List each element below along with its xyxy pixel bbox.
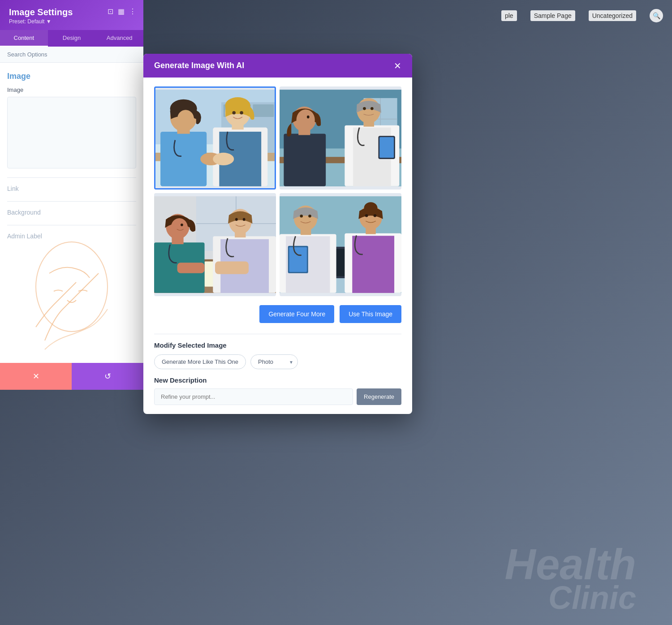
nav-link-ple[interactable]: ple (501, 10, 517, 21)
svg-point-54 (181, 224, 183, 226)
svg-point-80 (364, 202, 378, 214)
image-placeholder (7, 97, 136, 168)
svg-point-72 (300, 215, 303, 218)
face-drawing (9, 228, 134, 363)
reset-button[interactable]: ↺ (72, 363, 143, 390)
search-options[interactable]: Search Options (0, 47, 143, 63)
top-navigation: ple Sample Page Uncategorized 🔍 (358, 0, 672, 31)
focus-icon[interactable]: ⊡ (108, 7, 113, 16)
style-select[interactable]: Photo Illustration Painting Sketch (250, 354, 298, 369)
description-row: Regenerate (154, 388, 401, 405)
search-icon[interactable]: 🔍 (650, 9, 663, 22)
modify-row: Generate More Like This One Photo Illust… (154, 354, 401, 369)
svg-rect-61 (215, 262, 249, 274)
panel-preset[interactable]: Preset: Default ▼ (9, 18, 134, 25)
reset-icon: ↺ (104, 371, 111, 381)
modal-header: Generate Image With AI ✕ (143, 54, 412, 78)
svg-point-73 (308, 215, 311, 218)
tab-advanced[interactable]: Advanced (95, 30, 143, 47)
modify-section: Modify Selected Image Generate More Like… (154, 334, 401, 369)
modal-body: Generate Four More Use This Image Modify… (143, 78, 412, 414)
svg-rect-62 (177, 263, 205, 273)
link-label: Link (7, 185, 136, 192)
generate-four-more-button[interactable]: Generate Four More (259, 305, 334, 323)
section-title: Image (7, 72, 136, 81)
prompt-input[interactable] (154, 388, 353, 405)
cancel-icon: ✕ (33, 371, 39, 381)
tab-content[interactable]: Content (0, 30, 48, 47)
modal-title: Generate Image With AI (154, 61, 244, 70)
cancel-button[interactable]: ✕ (0, 363, 72, 390)
modal-close-button[interactable]: ✕ (394, 61, 401, 70)
svg-point-14 (177, 110, 194, 128)
regenerate-button[interactable]: Regenerate (357, 388, 401, 405)
svg-point-33 (297, 109, 315, 130)
tab-design[interactable]: Design (48, 30, 96, 47)
svg-point-40 (370, 107, 374, 110)
svg-point-81 (365, 214, 368, 217)
svg-point-39 (363, 107, 366, 110)
description-label: New Description (154, 376, 401, 384)
bg-clinic-text: Clinic (548, 579, 636, 616)
svg-rect-77 (352, 236, 394, 293)
svg-rect-75 (289, 247, 307, 272)
image-cell-2[interactable] (280, 86, 401, 190)
svg-rect-10 (160, 132, 207, 186)
use-image-button[interactable]: Use This Image (340, 305, 401, 323)
svg-point-53 (171, 218, 188, 237)
svg-point-21 (240, 111, 243, 115)
svg-point-20 (232, 111, 236, 115)
action-buttons: Generate Four More Use This Image (154, 305, 401, 323)
nav-link-sample[interactable]: Sample Page (530, 10, 575, 21)
generate-like-this-button[interactable]: Generate More Like This One (154, 354, 246, 369)
left-panel: Image Settings Preset: Default ▼ ⊡ ▦ ⋮ C… (0, 0, 143, 390)
image-cell-3[interactable] (154, 193, 276, 296)
image-cell-4[interactable] (280, 193, 401, 296)
svg-rect-7 (253, 104, 274, 117)
modify-title: Modify Selected Image (154, 341, 401, 349)
nav-link-uncategorized[interactable]: Uncategorized (589, 10, 636, 21)
columns-icon[interactable]: ▦ (118, 7, 125, 16)
image-grid (154, 86, 401, 296)
bottom-panel: ✕ ↺ (0, 363, 143, 390)
ai-image-modal: Generate Image With AI ✕ (143, 54, 412, 414)
svg-point-23 (213, 153, 234, 165)
svg-point-60 (243, 218, 246, 221)
link-section: Link (7, 177, 136, 192)
svg-point-34 (307, 116, 310, 119)
description-section: New Description Regenerate (154, 376, 401, 405)
panel-header: Image Settings Preset: Default ▼ ⊡ ▦ ⋮ (0, 0, 143, 30)
more-options-icon[interactable]: ⋮ (129, 7, 136, 16)
style-select-wrapper: Photo Illustration Painting Sketch (250, 354, 298, 369)
background-section: Background (7, 201, 136, 216)
image-field-label: Image (7, 86, 136, 93)
svg-rect-42 (379, 137, 394, 158)
panel-tabs: Content Design Advanced (0, 30, 143, 47)
background-label: Background (7, 209, 136, 216)
svg-rect-30 (284, 134, 326, 186)
image-cell-1[interactable] (154, 86, 276, 190)
svg-point-59 (235, 218, 238, 221)
svg-point-82 (374, 214, 377, 217)
